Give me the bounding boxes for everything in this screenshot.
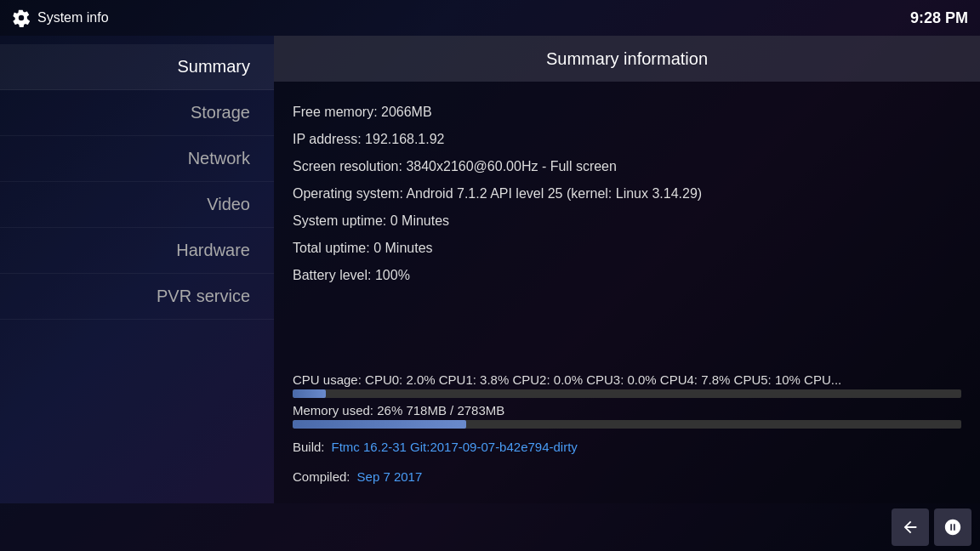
content-spacer bbox=[293, 289, 961, 361]
cpu-progress-fill bbox=[293, 389, 326, 398]
sidebar-item-video-label: Video bbox=[207, 195, 250, 214]
memory-progress-fill bbox=[293, 420, 466, 429]
sidebar-item-summary[interactable]: Summary bbox=[0, 44, 274, 90]
bottom-stats: CPU usage: CPU0: 2.0% CPU1: 3.8% CPU2: 0… bbox=[274, 372, 980, 503]
memory-stat-row: Memory used: 26% 718MB / 2783MB bbox=[293, 403, 961, 429]
info-free-memory: Free memory: 2066MB bbox=[293, 99, 961, 126]
gear-icon bbox=[12, 9, 31, 27]
info-total-uptime: Total uptime: 0 Minutes bbox=[293, 235, 961, 262]
info-system-uptime: System uptime: 0 Minutes bbox=[293, 207, 961, 235]
content-header: Summary information bbox=[274, 36, 980, 82]
sidebar-item-hardware[interactable]: Hardware bbox=[0, 228, 274, 274]
info-os: Operating system: Android 7.1.2 API leve… bbox=[293, 180, 961, 207]
topbar-title: System info bbox=[37, 10, 109, 26]
cpu-value: CPU0: 2.0% CPU1: 3.8% CPU2: 0.0% CPU3: 0… bbox=[362, 372, 841, 387]
info-battery: Battery level: 100% bbox=[293, 262, 961, 289]
sidebar-item-storage-label: Storage bbox=[191, 103, 250, 122]
kodi-button[interactable] bbox=[934, 508, 971, 546]
sidebar-item-network[interactable]: Network bbox=[0, 136, 274, 182]
info-screen-resolution: Screen resolution: 3840x2160@60.00Hz - F… bbox=[293, 153, 961, 180]
sidebar-item-pvr-label: PVR service bbox=[157, 287, 250, 306]
sidebar-item-video[interactable]: Video bbox=[0, 182, 274, 228]
bottombar bbox=[0, 503, 980, 551]
topbar-time: 9:28 PM bbox=[910, 9, 968, 27]
sidebar-item-summary-label: Summary bbox=[177, 57, 250, 77]
memory-stat-label: Memory used: 26% 718MB / 2783MB bbox=[293, 403, 961, 418]
build-row: Build: Ftmc 16.2-31 Git:2017-09-07-b42e7… bbox=[293, 435, 961, 458]
topbar-left: System info bbox=[12, 9, 109, 27]
main-area: Summary Storage Network Video Hardware P… bbox=[0, 36, 980, 503]
sidebar-item-hardware-label: Hardware bbox=[176, 241, 250, 260]
back-button[interactable] bbox=[892, 508, 929, 546]
content-body: Free memory: 2066MB IP address: 192.168.… bbox=[274, 82, 980, 372]
sidebar: Summary Storage Network Video Hardware P… bbox=[0, 36, 274, 503]
compiled-row: Compiled: Sep 7 2017 bbox=[293, 465, 961, 488]
sidebar-item-pvr[interactable]: PVR service bbox=[0, 274, 274, 320]
content-panel: Summary information Free memory: 2066MB … bbox=[274, 36, 980, 503]
compiled-label: Compiled: bbox=[293, 465, 350, 488]
content-header-title: Summary information bbox=[546, 49, 708, 69]
topbar: System info 9:28 PM bbox=[0, 0, 980, 36]
cpu-progress-bg bbox=[293, 389, 961, 398]
sidebar-item-storage[interactable]: Storage bbox=[0, 90, 274, 136]
kodi-icon bbox=[943, 518, 962, 537]
build-value: Ftmc 16.2-31 Git:2017-09-07-b42e794-dirt… bbox=[332, 435, 578, 458]
sidebar-spacer bbox=[0, 320, 274, 503]
build-label: Build: bbox=[293, 435, 325, 458]
cpu-stat-row: CPU usage: CPU0: 2.0% CPU1: 3.8% CPU2: 0… bbox=[293, 372, 961, 398]
memory-progress-bg bbox=[293, 420, 961, 429]
sidebar-item-network-label: Network bbox=[188, 149, 250, 168]
cpu-label: CPU usage: bbox=[293, 372, 362, 387]
cpu-stat-label: CPU usage: CPU0: 2.0% CPU1: 3.8% CPU2: 0… bbox=[293, 372, 961, 387]
back-icon bbox=[901, 518, 920, 537]
compiled-value: Sep 7 2017 bbox=[357, 465, 423, 488]
info-ip-address: IP address: 192.168.1.92 bbox=[293, 126, 961, 153]
